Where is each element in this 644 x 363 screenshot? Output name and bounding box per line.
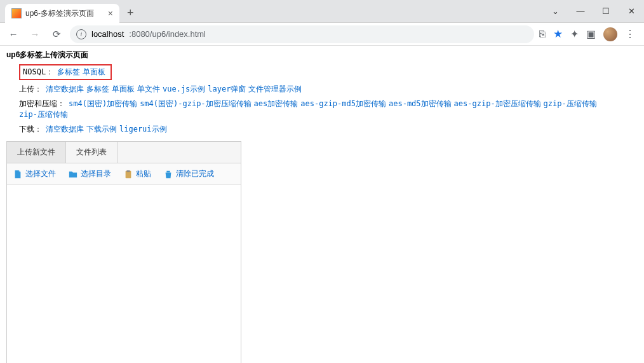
link[interactable]: 多标签 [57,67,80,78]
back-button[interactable]: ← [5,26,22,43]
browser-tab[interactable]: up6-多标签演示页面 × [5,4,119,23]
toolbar-right: ⎘ ★ ✦ ▣ ⋮ [539,27,639,41]
link[interactable]: aes加密传输 [254,99,299,109]
tool-label: 选择目录 [81,168,111,179]
paste-icon [124,170,133,179]
panel-tab[interactable]: 上传新文件 [7,142,66,163]
bookmark-star-icon[interactable]: ★ [553,27,563,41]
clear-icon [164,170,173,179]
window-maximize-button[interactable]: ☐ [593,2,619,21]
link[interactable]: aes-md5加密传输 [389,99,452,109]
file-list-area[interactable] [7,185,241,363]
link[interactable]: aes-gzip-md5加密传输 [300,99,386,109]
link[interactable]: 单文件 [137,84,160,95]
window-controls: ⌄ — ☐ ✕ [542,0,644,22]
extensions-icon[interactable]: ✦ [570,28,579,40]
link[interactable]: 单面板 [112,84,135,95]
window-chevron-icon[interactable]: ⌄ [542,2,568,21]
svg-rect-1 [126,170,130,172]
tool-label: 粘贴 [136,168,151,179]
link[interactable]: 文件管理器示例 [248,84,302,95]
url-host: localhost [91,29,124,39]
favicon-icon [11,8,22,18]
toolbar-folder[interactable]: 选择目录 [69,168,111,179]
site-info-icon[interactable]: i [76,29,86,39]
page-title: up6多标签上传演示页面 [6,50,638,60]
link-row: 下载：清空数据库下载示例ligerui示例 [6,124,638,135]
url-input[interactable]: i localhost:8080/up6/index.html [70,25,534,43]
link[interactable]: sm4(国密)加密传输 [69,99,137,109]
new-tab-button[interactable]: + [127,6,134,20]
link[interactable]: aes-gzip-加密压缩传输 [454,99,541,109]
toolbar-clear[interactable]: 清除已完成 [164,168,214,179]
row-label: 加密和压缩： [19,99,65,109]
link[interactable]: layer弹窗 [208,84,246,95]
panel-tabs: 上传新文件文件列表 [7,142,241,163]
link[interactable]: zip-压缩传输 [19,109,68,120]
file-icon [13,170,22,179]
link[interactable]: vue.js示例 [163,84,205,95]
profile-avatar[interactable] [603,27,617,41]
row-label: NOSQL： [23,67,53,78]
tool-label: 清除已完成 [176,168,214,179]
tab-close-icon[interactable]: × [108,8,113,18]
url-path: :8080/up6/index.html [129,29,206,39]
tab-title: up6-多标签演示页面 [25,8,104,19]
tool-label: 选择文件 [25,168,56,179]
upload-panel: 上传新文件文件列表 选择文件选择目录粘贴清除已完成 [6,141,241,363]
link[interactable]: 多标签 [86,84,109,95]
address-bar: ← → ⟳ i localhost:8080/up6/index.html ⎘ … [0,23,644,46]
folder-icon [69,170,77,179]
link[interactable]: 清空数据库 [46,124,84,135]
link-row: 加密和压缩：sm4(国密)加密传输sm4(国密)-gzip-加密压缩传输aes加… [6,99,638,120]
row-label: 下载： [19,124,42,135]
sidepanel-icon[interactable]: ▣ [586,28,596,40]
reload-button[interactable]: ⟳ [48,26,65,43]
link[interactable]: 单面板 [83,67,105,78]
link[interactable]: sm4(国密)-gzip-加密压缩传输 [140,99,251,109]
panel-tab[interactable]: 文件列表 [66,142,117,163]
toolbar-paste[interactable]: 粘贴 [124,168,151,179]
share-icon[interactable]: ⎘ [539,29,546,40]
page-content: up6多标签上传演示页面 NOSQL：多标签单面板上传：清空数据库多标签单面板单… [0,46,644,363]
toolbar-file[interactable]: 选择文件 [13,168,56,179]
link-row: NOSQL：多标签单面板 [6,64,638,80]
link[interactable]: gzip-压缩传输 [544,99,597,109]
svg-rect-2 [166,170,170,172]
link[interactable]: ligerui示例 [119,124,167,135]
link[interactable]: 下载示例 [86,124,117,135]
forward-button[interactable]: → [27,26,43,43]
row-label: 上传： [19,84,42,95]
link[interactable]: 清空数据库 [46,84,84,95]
window-minimize-button[interactable]: — [568,2,593,21]
window-close-button[interactable]: ✕ [619,2,644,21]
panel-toolbar: 选择文件选择目录粘贴清除已完成 [7,163,241,185]
link-row: 上传：清空数据库多标签单面板单文件vue.js示例layer弹窗文件管理器示例 [6,84,638,95]
menu-icon[interactable]: ⋮ [625,28,635,40]
browser-titlebar: up6-多标签演示页面 × + ⌄ — ☐ ✕ [0,0,644,23]
